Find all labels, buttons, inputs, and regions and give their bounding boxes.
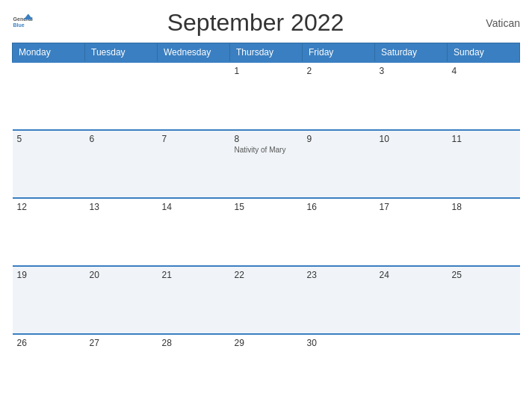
day-cell: 4 [448, 62, 520, 130]
day-number: 12 [17, 202, 81, 212]
logo-icon: General Blue [12, 13, 33, 34]
day-cell [448, 334, 520, 402]
header-saturday: Saturday [375, 43, 448, 63]
day-number: 16 [307, 202, 371, 212]
day-cell: 13 [85, 198, 158, 266]
day-cell: 26 [13, 334, 85, 402]
weekday-header-row: Monday Tuesday Wednesday Thursday Friday… [13, 43, 520, 63]
day-cell: 9 [303, 130, 375, 198]
day-cell: 21 [158, 266, 230, 334]
day-number: 25 [452, 270, 516, 280]
day-number: 18 [452, 202, 516, 212]
week-row-1: 1234 [13, 62, 520, 130]
day-event: Nativity of Mary [235, 146, 298, 154]
day-number: 1 [235, 66, 298, 76]
calendar-header: General Blue September 2022 Vatican [12, 9, 520, 37]
day-cell [85, 62, 158, 130]
day-number: 23 [307, 270, 371, 280]
svg-text:Blue: Blue [13, 22, 25, 28]
header-monday: Monday [13, 43, 85, 63]
day-number: 9 [307, 134, 371, 144]
day-number: 21 [162, 270, 226, 280]
day-number: 24 [380, 270, 443, 280]
week-row-5: 2627282930 [13, 334, 520, 402]
day-number: 28 [162, 338, 226, 348]
day-number: 8 [235, 134, 298, 144]
day-number: 15 [235, 202, 298, 212]
day-number: 7 [162, 134, 226, 144]
day-number: 29 [235, 338, 298, 348]
week-row-4: 19202122232425 [13, 266, 520, 334]
day-cell: 20 [85, 266, 158, 334]
day-cell: 7 [158, 130, 230, 198]
header-thursday: Thursday [230, 43, 303, 63]
day-number: 27 [90, 338, 153, 348]
header-wednesday: Wednesday [158, 43, 230, 63]
day-number: 13 [90, 202, 153, 212]
day-number: 2 [307, 66, 371, 76]
day-cell: 8Nativity of Mary [230, 130, 303, 198]
header-sunday: Sunday [448, 43, 520, 63]
day-number: 3 [380, 66, 443, 76]
day-cell [375, 334, 448, 402]
day-number: 10 [380, 134, 443, 144]
day-cell: 17 [375, 198, 448, 266]
day-cell: 16 [303, 198, 375, 266]
day-cell: 24 [375, 266, 448, 334]
logo: General Blue [12, 13, 36, 34]
week-row-2: 5678Nativity of Mary91011 [13, 130, 520, 198]
day-cell [13, 62, 85, 130]
day-number: 20 [90, 270, 153, 280]
calendar-page: General Blue September 2022 Vatican Mond… [0, 0, 532, 411]
region-label: Vatican [475, 17, 520, 29]
day-cell: 12 [13, 198, 85, 266]
day-cell: 27 [85, 334, 158, 402]
day-cell: 10 [375, 130, 448, 198]
day-cell: 5 [13, 130, 85, 198]
day-cell: 18 [448, 198, 520, 266]
day-cell: 23 [303, 266, 375, 334]
day-cell: 28 [158, 334, 230, 402]
day-number: 22 [235, 270, 298, 280]
day-cell: 15 [230, 198, 303, 266]
day-number: 30 [307, 338, 371, 348]
header-friday: Friday [303, 43, 375, 63]
day-cell: 29 [230, 334, 303, 402]
day-cell: 30 [303, 334, 375, 402]
day-number: 4 [452, 66, 516, 76]
day-number: 17 [380, 202, 443, 212]
day-number: 14 [162, 202, 226, 212]
calendar-title: September 2022 [36, 9, 475, 37]
day-cell: 22 [230, 266, 303, 334]
day-number: 19 [17, 270, 81, 280]
day-cell: 6 [85, 130, 158, 198]
day-cell: 25 [448, 266, 520, 334]
day-cell: 14 [158, 198, 230, 266]
day-cell: 19 [13, 266, 85, 334]
day-cell: 1 [230, 62, 303, 130]
day-number: 6 [90, 134, 153, 144]
day-cell: 11 [448, 130, 520, 198]
day-cell: 2 [303, 62, 375, 130]
day-number: 26 [17, 338, 81, 348]
calendar-table: Monday Tuesday Wednesday Thursday Friday… [12, 43, 520, 402]
day-cell: 3 [375, 62, 448, 130]
header-tuesday: Tuesday [85, 43, 158, 63]
day-cell [158, 62, 230, 130]
week-row-3: 12131415161718 [13, 198, 520, 266]
day-number: 5 [17, 134, 81, 144]
day-number: 11 [452, 134, 516, 144]
